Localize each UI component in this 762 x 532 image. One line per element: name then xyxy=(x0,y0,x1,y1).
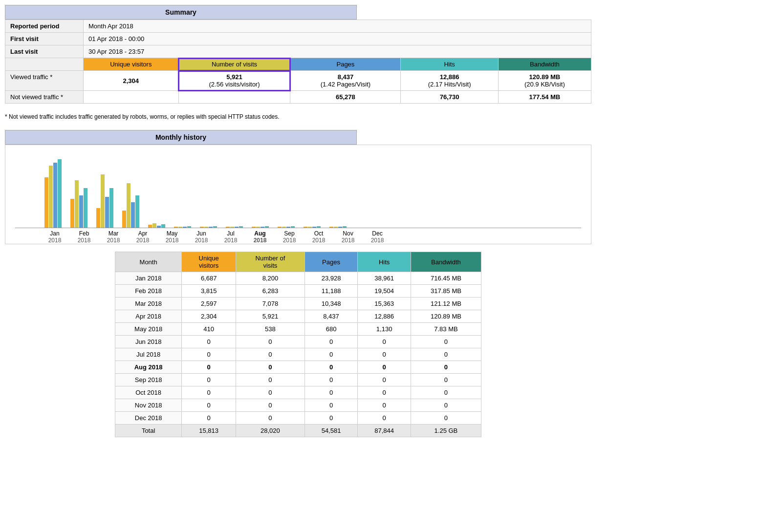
pages-bar xyxy=(183,227,187,228)
th-unique-visitors: Uniquevisitors xyxy=(182,252,236,272)
col-hits: Hits xyxy=(401,58,498,71)
th-month: Month xyxy=(115,252,182,272)
total-unique: 15,813 xyxy=(182,425,236,437)
hits-bar xyxy=(343,226,347,228)
table-row: Oct 2018 0 0 0 0 0 xyxy=(115,386,481,399)
last-visit-row: Last visit 30 Apr 2018 - 23:57 xyxy=(5,45,591,58)
not-viewed-traffic-row: Not viewed traffic * 65,278 76,730 177.5… xyxy=(5,91,591,104)
row-pages: 0 xyxy=(305,361,358,374)
row-pages: 11,188 xyxy=(305,285,358,298)
row-unique: 410 xyxy=(182,323,236,336)
chart-labels: Jan2018Feb2018Mar2018Apr2018May2018Jun20… xyxy=(15,230,581,244)
table-row: Nov 2018 0 0 0 0 0 xyxy=(115,399,481,412)
month-bar-group-jul xyxy=(200,226,217,228)
visits-bar xyxy=(101,174,105,228)
not-viewed-pages: 65,278 xyxy=(290,91,401,104)
row-hits: 19,504 xyxy=(358,285,411,298)
unique-bar xyxy=(174,227,178,228)
table-row: Aug 2018 0 0 0 0 0 xyxy=(115,361,481,374)
unique-bar xyxy=(226,227,230,228)
col-bandwidth: Bandwidth xyxy=(498,58,591,71)
row-bandwidth: 716.45 MB xyxy=(411,272,481,285)
row-hits: 0 xyxy=(358,336,411,348)
hits-bar xyxy=(187,226,191,228)
first-visit-label: First visit xyxy=(5,33,84,45)
row-visits: 0 xyxy=(236,412,305,425)
unique-bar xyxy=(44,177,48,228)
row-bandwidth: 317.85 MB xyxy=(411,285,481,298)
row-visits: 5,921 xyxy=(236,310,305,323)
table-row: Apr 2018 2,304 5,921 8,437 12,886 120.89… xyxy=(115,310,481,323)
month-bar-group-apr xyxy=(122,183,139,228)
viewed-traffic-row: Viewed traffic * 2,304 5,921 (2.56 visit… xyxy=(5,71,591,91)
reported-period-row: Reported period Month Apr 2018 xyxy=(5,20,591,33)
pages-bar xyxy=(338,227,342,228)
row-visits: 8,200 xyxy=(236,272,305,285)
row-pages: 23,928 xyxy=(305,272,358,285)
row-pages: 10,348 xyxy=(305,298,358,310)
row-visits: 0 xyxy=(236,348,305,361)
col-number-of-visits: Number of visits xyxy=(178,58,290,71)
table-row: Feb 2018 3,815 6,283 11,188 19,504 317.8… xyxy=(115,285,481,298)
row-pages: 0 xyxy=(305,412,358,425)
pages-bar xyxy=(105,197,109,228)
hits-bar xyxy=(58,159,62,228)
first-visit-row: First visit 01 Apr 2018 - 00:00 xyxy=(5,33,591,45)
month-label-may: May2018 xyxy=(162,230,182,244)
not-viewed-hits: 76,730 xyxy=(401,91,498,104)
summary-table: Reported period Month Apr 2018 First vis… xyxy=(5,20,591,104)
row-visits: 0 xyxy=(236,386,305,399)
visits-bar xyxy=(127,183,131,228)
monthly-table-header: Month Uniquevisitors Number ofvisits Pag… xyxy=(115,252,481,272)
table-row: Sep 2018 0 0 0 0 0 xyxy=(115,374,481,386)
hits-bar xyxy=(135,195,139,228)
pages-bar xyxy=(157,226,161,228)
month-label-oct: Oct2018 xyxy=(308,230,329,244)
month-bar-group-oct xyxy=(278,226,295,228)
row-month: Nov 2018 xyxy=(115,399,182,412)
hits-bar xyxy=(84,188,87,228)
pages-bar xyxy=(312,227,316,228)
row-bandwidth: 0 xyxy=(411,336,481,348)
table-row: Jul 2018 0 0 0 0 0 xyxy=(115,348,481,361)
row-bandwidth: 0 xyxy=(411,374,481,386)
chart-area xyxy=(15,150,581,228)
unique-bar xyxy=(70,199,74,228)
pages-bar xyxy=(286,227,290,228)
row-month: Mar 2018 xyxy=(115,298,182,310)
pages-bar xyxy=(53,163,57,228)
visits-bar xyxy=(256,227,260,228)
month-label-feb: Feb2018 xyxy=(74,230,94,244)
summary-footnote: * Not viewed traffic includes traffic ge… xyxy=(5,113,591,120)
table-row: Mar 2018 2,597 7,078 10,348 15,363 121.1… xyxy=(115,298,481,310)
total-bandwidth: 1.25 GB xyxy=(411,425,481,437)
hits-bar xyxy=(291,226,295,228)
visits-bar xyxy=(49,166,53,228)
row-pages: 680 xyxy=(305,323,358,336)
last-visit-label: Last visit xyxy=(5,45,84,58)
month-label-aug: Aug2018 xyxy=(250,230,270,244)
col-unique-visitors: Unique visitors xyxy=(84,58,179,71)
row-hits: 12,886 xyxy=(358,310,411,323)
row-unique: 0 xyxy=(182,412,236,425)
row-hits: 0 xyxy=(358,361,411,374)
total-pages: 54,581 xyxy=(305,425,358,437)
month-bar-group-aug xyxy=(226,226,243,228)
viewed-traffic-label: Viewed traffic * xyxy=(5,71,84,91)
month-bar-group-dec xyxy=(329,226,347,228)
row-bandwidth: 0 xyxy=(411,348,481,361)
month-bar-group-may xyxy=(148,223,165,228)
th-bandwidth: Bandwidth xyxy=(411,252,481,272)
hits-bar xyxy=(317,226,321,228)
reported-period-value: Month Apr 2018 xyxy=(84,20,591,33)
not-viewed-bandwidth: 177.54 MB xyxy=(498,91,591,104)
row-bandwidth: 0 xyxy=(411,361,481,374)
viewed-bandwidth: 120.89 MB (20.9 KB/Visit) xyxy=(498,71,591,91)
hits-bar xyxy=(213,226,217,228)
viewed-pages: 8,437 (1.42 Pages/Visit) xyxy=(290,71,401,91)
row-month: Dec 2018 xyxy=(115,412,182,425)
row-pages: 8,437 xyxy=(305,310,358,323)
unique-bar xyxy=(200,227,204,228)
row-month: Feb 2018 xyxy=(115,285,182,298)
table-row: Dec 2018 0 0 0 0 0 xyxy=(115,412,481,425)
